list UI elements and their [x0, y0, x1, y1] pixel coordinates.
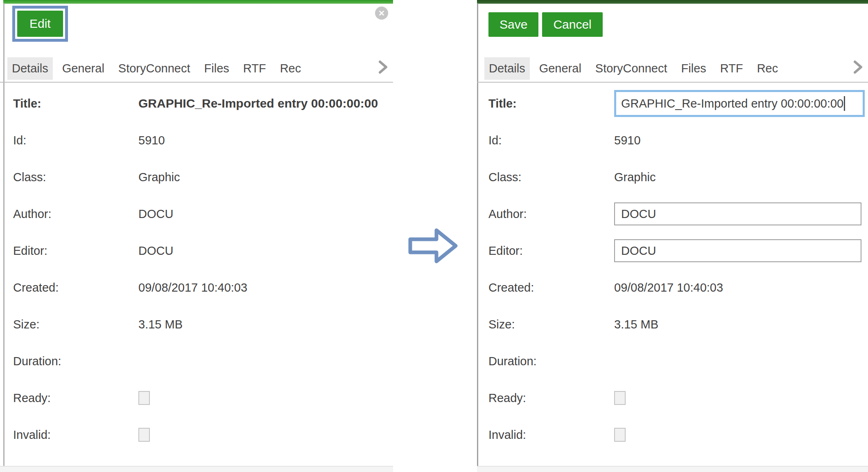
- tab-details[interactable]: Details: [484, 57, 530, 80]
- title-label: Title:: [488, 97, 614, 110]
- field-row-author: Author: DOCU: [0, 196, 393, 232]
- details-panel-edit: Save Cancel Details General StoryConnect…: [477, 0, 868, 472]
- editor-label: Editor:: [488, 244, 614, 258]
- invalid-label: Invalid:: [13, 428, 138, 442]
- invalid-checkbox[interactable]: [614, 428, 626, 442]
- editor-label: Editor:: [13, 244, 138, 258]
- tab-general[interactable]: General: [535, 57, 586, 80]
- editor-value: DOCU: [138, 244, 173, 258]
- ready-label: Ready:: [488, 391, 614, 405]
- ready-label: Ready:: [13, 391, 138, 405]
- transition-arrow-icon: [408, 227, 459, 264]
- ready-checkbox[interactable]: [138, 391, 150, 405]
- tab-storyconnect[interactable]: StoryConnect: [114, 57, 195, 80]
- field-row-duration: Duration:: [0, 343, 393, 380]
- created-value: 09/08/2017 10:40:03: [614, 281, 723, 294]
- field-row-title: Title: GRAPHIC_Re-Imported entry 00:00:0…: [0, 85, 393, 122]
- cancel-button[interactable]: Cancel: [542, 12, 602, 37]
- panel-footer-strip: [477, 466, 868, 472]
- duration-label: Duration:: [13, 355, 138, 368]
- close-icon[interactable]: ✕: [375, 7, 388, 20]
- panel-top-accent: [3, 0, 393, 4]
- tab-files[interactable]: Files: [677, 57, 711, 80]
- field-row-invalid: Invalid:: [477, 416, 868, 453]
- invalid-checkbox[interactable]: [138, 428, 150, 442]
- editor-input[interactable]: [614, 239, 861, 262]
- field-row-id: Id: 5910: [477, 122, 868, 159]
- title-value: GRAPHIC_Re-Imported entry 00:00:00:00: [138, 97, 378, 110]
- tab-files[interactable]: Files: [200, 57, 234, 80]
- field-row-author: Author:: [477, 196, 868, 232]
- tab-rec[interactable]: Rec: [753, 57, 783, 80]
- chevron-right-icon[interactable]: [377, 60, 388, 74]
- id-value: 5910: [614, 134, 641, 147]
- chevron-right-icon[interactable]: [852, 60, 863, 74]
- created-label: Created:: [488, 281, 614, 294]
- field-row-ready: Ready:: [477, 380, 868, 416]
- size-label: Size:: [13, 318, 138, 331]
- title-input[interactable]: GRAPHIC_Re-Imported entry 00:00:00:00: [614, 90, 865, 117]
- author-label: Author:: [488, 207, 614, 221]
- author-value: DOCU: [138, 207, 173, 221]
- author-input[interactable]: [614, 202, 861, 225]
- ready-checkbox[interactable]: [614, 391, 626, 405]
- close-icon-glyph: ✕: [378, 9, 385, 18]
- created-label: Created:: [13, 281, 138, 294]
- created-value: 09/08/2017 10:40:03: [138, 281, 247, 294]
- class-label: Class:: [488, 171, 614, 184]
- duration-label: Duration:: [488, 355, 614, 368]
- field-row-created: Created: 09/08/2017 10:40:03: [477, 269, 868, 306]
- field-list: Title: GRAPHIC_Re-Imported entry 00:00:0…: [0, 85, 393, 453]
- class-label: Class:: [13, 171, 138, 184]
- field-row-invalid: Invalid:: [0, 416, 393, 453]
- field-row-ready: Ready:: [0, 380, 393, 416]
- details-panel-view: Edit ✕ Details General StoryConnect File…: [0, 0, 393, 472]
- field-row-class: Class: Graphic: [0, 159, 393, 196]
- edit-button[interactable]: Edit: [17, 11, 63, 37]
- field-row-editor: Editor: DOCU: [0, 232, 393, 269]
- tab-bar: Details General StoryConnect Files RTF R…: [477, 55, 868, 83]
- field-row-size: Size: 3.15 MB: [477, 306, 868, 343]
- field-row-duration: Duration:: [477, 343, 868, 380]
- id-value: 5910: [138, 134, 165, 147]
- size-label: Size:: [488, 318, 614, 331]
- tab-rtf[interactable]: RTF: [239, 57, 271, 80]
- size-value: 3.15 MB: [138, 318, 183, 331]
- id-label: Id:: [13, 134, 138, 147]
- class-value: Graphic: [614, 171, 656, 184]
- author-label: Author:: [13, 207, 138, 221]
- field-row-size: Size: 3.15 MB: [0, 306, 393, 343]
- tab-bar: Details General StoryConnect Files RTF R…: [0, 55, 393, 83]
- field-row-title: Title: GRAPHIC_Re-Imported entry 00:00:0…: [477, 85, 868, 122]
- panel-footer-strip: [0, 466, 393, 472]
- tab-general[interactable]: General: [58, 57, 109, 80]
- field-row-class: Class: Graphic: [477, 159, 868, 196]
- panel-top-accent: [477, 0, 868, 4]
- edit-button-highlight: Edit: [12, 6, 68, 42]
- tab-rec[interactable]: Rec: [276, 57, 306, 80]
- title-input-text: GRAPHIC_Re-Imported entry 00:00:00:00: [621, 97, 843, 110]
- text-caret: [844, 96, 845, 111]
- title-label: Title:: [13, 97, 138, 110]
- workspace: Edit ✕ Details General StoryConnect File…: [0, 0, 868, 472]
- field-row-id: Id: 5910: [0, 122, 393, 159]
- tab-rtf[interactable]: RTF: [716, 57, 748, 80]
- tab-storyconnect[interactable]: StoryConnect: [591, 57, 672, 80]
- save-button[interactable]: Save: [488, 12, 538, 37]
- id-label: Id:: [488, 134, 614, 147]
- field-list: Title: GRAPHIC_Re-Imported entry 00:00:0…: [477, 85, 868, 453]
- size-value: 3.15 MB: [614, 318, 658, 331]
- field-row-created: Created: 09/08/2017 10:40:03: [0, 269, 393, 306]
- field-row-editor: Editor:: [477, 232, 868, 269]
- class-value: Graphic: [138, 171, 180, 184]
- edit-actions: Save Cancel: [488, 12, 603, 37]
- tab-details[interactable]: Details: [7, 57, 53, 80]
- invalid-label: Invalid:: [488, 428, 614, 442]
